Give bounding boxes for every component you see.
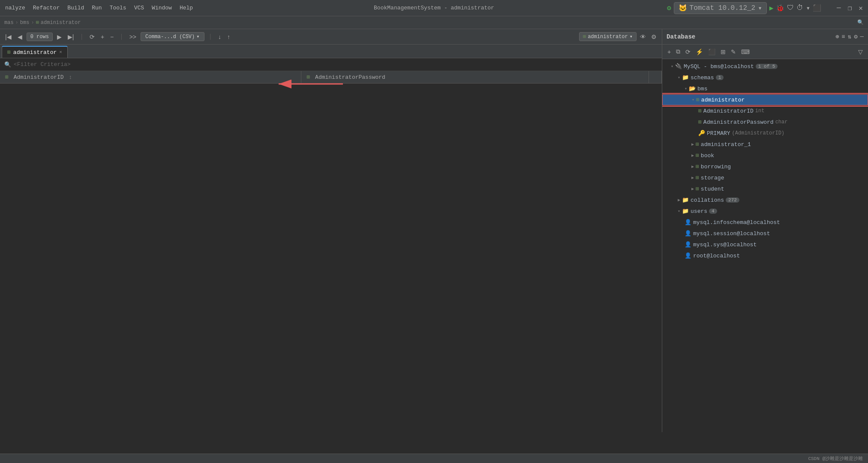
refresh-button[interactable]: ⟳ [88, 33, 96, 41]
db-header: Database ⊕ ≡ ⇅ ⚙ ─ [662, 29, 868, 45]
menu-run[interactable]: Run [92, 5, 102, 11]
tomcat-label: Tomcat 10.0.12_2 [690, 4, 756, 12]
csv-label: Comma-...d (CSV) [145, 34, 195, 40]
tree-schemas[interactable]: ▾ 📁 schemas 1 [662, 72, 868, 83]
db-settings-icon[interactable]: ⚙ [854, 33, 857, 40]
tree-users[interactable]: ▾ 📁 users 4 [662, 206, 868, 217]
stop-button[interactable]: ⬛ [813, 4, 821, 12]
user-sys-label: mysql.sys@localhost [693, 242, 757, 248]
col-admin-id-type: int [755, 108, 765, 114]
db-console-button[interactable]: ⌨ [739, 48, 751, 56]
csv-selector[interactable]: Comma-...d (CSV) ▾ [141, 32, 204, 41]
db-filter-icon[interactable]: ≡ [841, 33, 845, 40]
tree-user-session[interactable]: 👤 mysql.session@localhost [662, 228, 868, 239]
rows-label: 0 rows [30, 34, 49, 40]
db-add-icon[interactable]: ⊕ [835, 33, 839, 40]
remove-row-button[interactable]: − [108, 33, 115, 41]
col-sort-id[interactable]: ↕ [69, 74, 72, 81]
tree-student[interactable]: ▶ ⊞ student [662, 183, 868, 194]
run-button[interactable]: ▶ [769, 4, 774, 12]
tree-col-admin-id[interactable]: ⊞ AdministratorID int [662, 105, 868, 116]
tree-book[interactable]: ▶ ⊞ book [662, 150, 868, 161]
db-refresh-button[interactable]: ⟳ [684, 48, 692, 56]
window-controls[interactable]: ⚙ 🐱 Tomcat 10.0.12_2 ▾ ▶ 🐞 🛡 ⏱ ▾ ⬛ ─ ❐ ✕ [667, 2, 863, 14]
settings-button[interactable]: ⚙ [649, 33, 658, 41]
tree-administrator[interactable]: ▾ ⊞ administrator [662, 94, 868, 105]
run-dropdown[interactable]: ▾ [806, 4, 810, 12]
col-administrator-password[interactable]: ⊞ AdministratorPassword [301, 71, 649, 84]
title-bar: nalyze Refactor Build Run Tools VCS Wind… [0, 0, 868, 16]
db-edit-button[interactable]: ✎ [729, 48, 738, 56]
first-row-button[interactable]: |◀ [3, 33, 13, 41]
tree-user-sys[interactable]: 👤 mysql.sys@localhost [662, 239, 868, 250]
tree-user-root[interactable]: 👤 root@localhost [662, 250, 868, 261]
tomcat-selector[interactable]: 🐱 Tomcat 10.0.12_2 ▾ [674, 2, 767, 14]
csv-dropdown-icon[interactable]: ▾ [196, 33, 199, 40]
schema-selector[interactable]: ⊞ administrator ▾ [579, 32, 637, 41]
last-row-button[interactable]: ▶| [66, 33, 76, 41]
tree-collations[interactable]: ▶ 📁 collations 272 [662, 194, 868, 206]
tree-primary-key[interactable]: 🔑 PRIMARY (AdministratorID) [662, 128, 868, 139]
menu-vcs[interactable]: VCS [134, 5, 144, 11]
db-filter-tree-button[interactable]: ▽ [856, 48, 865, 56]
db-properties-button[interactable]: ⚡ [694, 48, 705, 56]
tree-col-admin-pwd[interactable]: ⊞ AdministratorPassword char [662, 116, 868, 128]
eye-button[interactable]: 👁 [638, 33, 648, 41]
breadcrumb-item-administrator[interactable]: administrator [41, 20, 81, 26]
primary-key-label: PRIMARY [707, 130, 730, 137]
export-button[interactable]: >> [128, 33, 138, 41]
debug-button[interactable]: 🐞 [776, 4, 784, 12]
db-panel-title: Database [667, 33, 832, 40]
tree-mysql-root[interactable]: ▾ 🔌 MySQL - bms@localhost 1 of 5 [662, 61, 868, 72]
chevron-right-icon-admin1: ▶ [691, 142, 694, 147]
tree-borrowing[interactable]: ▶ ⊞ borrowing [662, 161, 868, 172]
add-row-button[interactable]: + [99, 33, 106, 41]
result-table: ⊞ AdministratorID ↕ ⊞ AdministratorPassw… [0, 71, 662, 84]
main-layout: |◀ ◀ 0 rows ▶ ▶| | ⟳ + − | >> Comma-...d… [0, 29, 868, 432]
menu-tools[interactable]: Tools [110, 5, 126, 11]
collations-label: collations [691, 197, 724, 203]
breadcrumb-item-bms[interactable]: bms [20, 20, 30, 26]
mysql-root-label: MySQL - bms@localhost [684, 63, 754, 70]
db-stop-button[interactable]: ⬛ [706, 48, 717, 56]
filter-input[interactable]: <Filter Criteria> [14, 61, 71, 68]
filter-bar[interactable]: 🔍 <Filter Criteria> [0, 58, 662, 71]
tree-administrator-1[interactable]: ▶ ⊞ administrator_1 [662, 139, 868, 150]
col-resize-handle[interactable] [649, 71, 662, 84]
users-label: users [691, 208, 707, 215]
db-split-icon[interactable]: ⇅ [848, 33, 851, 40]
db-minimize-icon[interactable]: ─ [860, 33, 864, 40]
user-session-label: mysql.session@localhost [693, 230, 770, 237]
run-icons: ▶ 🐞 🛡 ⏱ ▾ ⬛ [769, 4, 821, 12]
maximize-button[interactable]: ❐ [848, 4, 852, 12]
menu-bar[interactable]: nalyze Refactor Build Run Tools VCS Wind… [5, 5, 193, 11]
tree-storage[interactable]: ▶ ⊞ storage [662, 172, 868, 183]
profile-button[interactable]: ⏱ [796, 4, 803, 12]
menu-analyze[interactable]: nalyze [5, 5, 25, 11]
tomcat-dropdown-icon[interactable]: ▾ [758, 4, 762, 12]
import-button[interactable]: ↓ [216, 33, 223, 41]
db-grid-button[interactable]: ⊞ [719, 48, 727, 56]
copy-button[interactable]: ↑ [225, 33, 232, 41]
db-new-button[interactable]: + [666, 48, 673, 56]
schema-dropdown[interactable]: ▾ [630, 33, 633, 40]
close-button[interactable]: ✕ [859, 4, 863, 12]
user-icon-infoschema: 👤 [685, 219, 691, 226]
next-row-button[interactable]: ▶ [55, 33, 63, 41]
minimize-button[interactable]: ─ [837, 4, 841, 12]
prev-row-button[interactable]: ◀ [16, 33, 24, 41]
db-copy-button[interactable]: ⧉ [674, 47, 682, 56]
menu-help[interactable]: Help [180, 5, 193, 11]
coverage-button[interactable]: 🛡 [787, 4, 794, 12]
tab-administrator[interactable]: ⊞ administrator × [2, 46, 68, 58]
menu-build[interactable]: Build [67, 5, 84, 11]
col-administrator-id[interactable]: ⊞ AdministratorID ↕ [0, 71, 301, 84]
tree-bms[interactable]: ▾ 📂 bms [662, 83, 868, 94]
run-settings-icon[interactable]: ⚙ [667, 4, 671, 12]
tree-user-infoschema[interactable]: 👤 mysql.infoschema@localhost [662, 217, 868, 228]
breadcrumb-item-mas[interactable]: mas [4, 20, 14, 26]
tab-close-button[interactable]: × [59, 50, 62, 55]
menu-refactor[interactable]: Refactor [33, 5, 60, 11]
search-icon[interactable]: 🔍 [857, 19, 864, 26]
menu-window[interactable]: Window [152, 5, 172, 11]
